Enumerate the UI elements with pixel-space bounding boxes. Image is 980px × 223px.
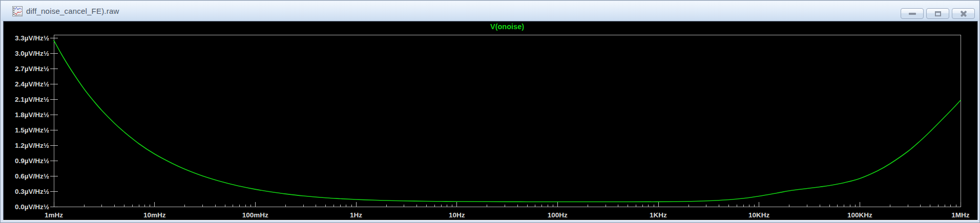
x-axis-label: 1KHz: [650, 211, 667, 219]
plot-border: [54, 35, 961, 207]
minimize-button[interactable]: [901, 8, 924, 19]
maximize-icon: [935, 11, 941, 16]
window-bottom-frame: [3, 220, 978, 223]
trace-v-onoise[interactable]: [54, 40, 961, 202]
x-axis-label: 10Hz: [449, 211, 465, 219]
y-axis-label: 2.7µV/Hz½: [15, 65, 49, 73]
x-axis-label: 1MHz: [951, 211, 970, 219]
y-axis-label: 0.9µV/Hz½: [15, 157, 49, 165]
x-axis-label: 10KHz: [748, 211, 770, 219]
minimize-icon: [909, 13, 916, 15]
y-axis-label: 2.4µV/Hz½: [15, 80, 49, 88]
window-controls: [901, 8, 975, 19]
y-axis-label: 3.0µV/Hz½: [15, 50, 49, 57]
x-axis-label: 1Hz: [350, 211, 362, 219]
y-axis-label: 2.1µV/Hz½: [15, 96, 49, 103]
close-icon: [960, 11, 967, 17]
x-axis-label: 100KHz: [847, 211, 872, 219]
trace-label[interactable]: V(onoise): [490, 23, 524, 31]
noise-plot[interactable]: 0.0µV/Hz½0.3µV/Hz½0.6µV/Hz½0.9µV/Hz½1.2µ…: [4, 21, 978, 220]
y-axis-label: 0.0µV/Hz½: [15, 203, 49, 211]
waveform-document-icon[interactable]: [12, 6, 23, 16]
plot-pane[interactable]: 0.0µV/Hz½0.3µV/Hz½0.6µV/Hz½0.9µV/Hz½1.2µ…: [3, 21, 978, 220]
window-title: diff_noise_cancel_FE).raw: [26, 7, 119, 15]
y-axis-label: 1.8µV/Hz½: [15, 111, 49, 119]
title-bar[interactable]: diff_noise_cancel_FE).raw: [1, 1, 979, 21]
y-axis-label: 3.3µV/Hz½: [15, 34, 49, 42]
close-button[interactable]: [952, 8, 975, 19]
y-axis-label: 0.3µV/Hz½: [15, 188, 49, 195]
y-axis-label: 1.2µV/Hz½: [15, 142, 49, 149]
x-axis-label: 10mHz: [143, 211, 166, 219]
maximize-button[interactable]: [926, 8, 949, 19]
waveform-viewer-window: diff_noise_cancel_FE).raw 0.0µV/Hz½0.3µV…: [0, 0, 980, 223]
y-axis-label: 1.5µV/Hz½: [15, 126, 49, 134]
x-axis-label: 100Hz: [548, 211, 568, 219]
x-axis-label: 1mHz: [45, 211, 63, 219]
y-axis-label: 0.6µV/Hz½: [15, 172, 49, 180]
x-axis-label: 100mHz: [242, 211, 268, 219]
